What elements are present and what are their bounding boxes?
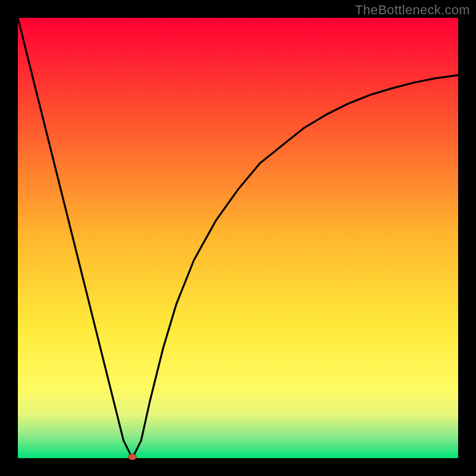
- watermark-text: TheBottleneck.com: [355, 2, 470, 18]
- plot-background: [18, 18, 458, 458]
- bottleneck-chart: [0, 0, 476, 476]
- chart-frame: TheBottleneck.com: [0, 0, 476, 476]
- optimal-point-marker: [128, 454, 136, 460]
